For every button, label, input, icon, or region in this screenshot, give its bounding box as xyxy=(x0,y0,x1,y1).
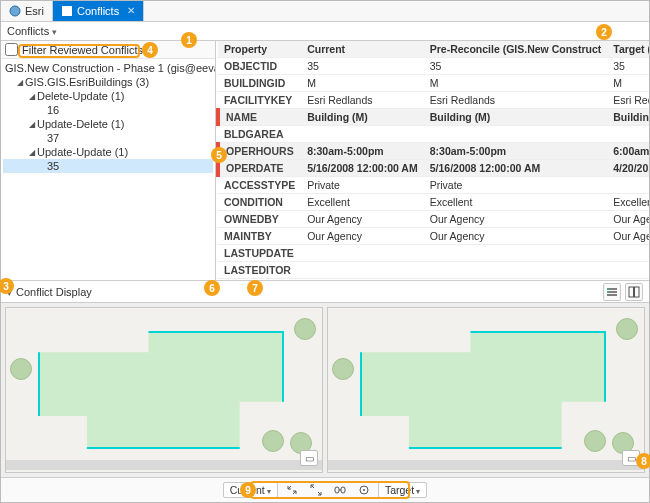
table-row[interactable]: NAMEBuilding (M)Building (M)Building MM xyxy=(218,109,649,126)
property-cell[interactable]: CONDITION xyxy=(218,194,301,211)
table-row[interactable]: CONDITIONExcellentExcellentExcellentUnkn… xyxy=(218,194,649,211)
value-cell[interactable]: Esri Redlands xyxy=(301,92,424,109)
value-cell[interactable] xyxy=(301,262,424,279)
layout-icon[interactable] xyxy=(625,283,643,301)
tree-item-selected[interactable]: 35 xyxy=(3,159,213,173)
value-cell[interactable] xyxy=(424,245,608,262)
value-cell[interactable]: Private xyxy=(424,177,608,194)
value-cell[interactable]: Excellent xyxy=(301,194,424,211)
table-row[interactable]: MAINTBYOur AgencyOur AgencyOur AgencyOur… xyxy=(218,228,649,245)
value-cell[interactable]: Esri Redlands xyxy=(424,92,608,109)
value-cell[interactable]: 4/20/2011 12:00:00 AM xyxy=(607,160,649,177)
table-row[interactable]: LASTEDITOR xyxy=(218,262,649,279)
property-cell[interactable]: OPERHOURS xyxy=(218,143,301,160)
value-cell[interactable]: Our Agency xyxy=(607,228,649,245)
value-cell[interactable]: Excellent xyxy=(424,194,608,211)
center-target-icon[interactable] xyxy=(354,481,374,499)
table-row[interactable]: BUILDINGIDMMMM xyxy=(218,75,649,92)
attribute-grid[interactable]: PropertyCurrentPre-Reconcile (GIS.New Co… xyxy=(216,41,649,280)
link-views-icon[interactable] xyxy=(330,481,350,499)
value-cell[interactable]: M xyxy=(607,75,649,92)
tree-item[interactable]: 16 xyxy=(3,103,213,117)
map-current[interactable]: ▭ xyxy=(5,307,323,473)
value-cell[interactable]: Our Agency xyxy=(424,211,608,228)
value-cell[interactable]: Our Agency xyxy=(301,228,424,245)
table-row[interactable]: BLDGAREA xyxy=(218,126,649,143)
value-cell[interactable]: 5/16/2008 12:00:00 AM xyxy=(424,160,608,177)
field-order-icon[interactable] xyxy=(603,283,621,301)
table-row[interactable]: OWNEDBYOur AgencyOur AgencyOur AgencyOur… xyxy=(218,211,649,228)
property-cell[interactable]: BLDGAREA xyxy=(218,126,301,143)
property-cell[interactable]: OPERDATE xyxy=(218,160,301,177)
table-row[interactable]: OPERDATE5/16/2008 12:00:00 AM5/16/2008 1… xyxy=(218,160,649,177)
value-cell[interactable]: 35 xyxy=(607,58,649,75)
tree-group[interactable]: Delete-Update (1) xyxy=(3,89,213,103)
property-cell[interactable]: OWNEDBY xyxy=(218,211,301,228)
table-row[interactable]: ACCESSTYPEPrivatePrivate xyxy=(218,177,649,194)
close-icon[interactable]: ✕ xyxy=(127,5,135,16)
property-cell[interactable]: FACILITYKEY xyxy=(218,92,301,109)
property-cell[interactable]: OBJECTID xyxy=(218,58,301,75)
property-cell[interactable]: BUILDINGID xyxy=(218,75,301,92)
value-cell[interactable] xyxy=(424,262,608,279)
value-cell[interactable]: Development xyxy=(607,279,649,281)
tab-esri[interactable]: Esri xyxy=(1,1,53,21)
tree-group[interactable]: Update-Update (1) xyxy=(3,145,213,159)
value-cell[interactable]: Our Agency xyxy=(607,211,649,228)
table-row[interactable]: LASTUPDATE xyxy=(218,245,649,262)
property-cell[interactable]: LASTUPDATE xyxy=(218,245,301,262)
value-cell[interactable]: 35 xyxy=(301,58,424,75)
column-header[interactable]: Target (sde.DEFAULT) xyxy=(607,41,649,58)
value-cell[interactable]: Our Agency xyxy=(424,228,608,245)
value-cell[interactable]: Private xyxy=(301,177,424,194)
value-cell[interactable]: 8:30am-5:00pm xyxy=(424,143,608,160)
tree-dataset[interactable]: GIS.GIS.EsriBuildings (3) xyxy=(3,75,213,89)
property-cell[interactable]: BLDGTYPE xyxy=(218,279,301,281)
tree-root[interactable]: GIS.New Construction - Phase 1 (gis@eeva… xyxy=(3,61,213,75)
value-cell[interactable]: Excellent xyxy=(607,194,649,211)
conflicts-menu[interactable]: Conflicts xyxy=(7,25,57,37)
column-header[interactable]: Current xyxy=(301,41,424,58)
collapse-toggle[interactable] xyxy=(7,286,12,298)
value-cell[interactable]: 5/16/2008 12:00:00 AM xyxy=(301,160,424,177)
bookmark-icon[interactable]: ▭ xyxy=(622,450,640,466)
property-cell[interactable]: MAINTBY xyxy=(218,228,301,245)
property-cell[interactable]: LASTEDITOR xyxy=(218,262,301,279)
value-cell[interactable]: Building M xyxy=(607,109,649,126)
tree-group[interactable]: Update-Delete (1) xyxy=(3,117,213,131)
property-cell[interactable]: NAME xyxy=(218,109,301,126)
value-cell[interactable] xyxy=(607,262,649,279)
value-cell[interactable]: Our Agency xyxy=(301,211,424,228)
value-cell[interactable]: Development xyxy=(424,279,608,281)
value-cell[interactable] xyxy=(301,245,424,262)
value-cell[interactable] xyxy=(301,126,424,143)
value-cell[interactable]: Esri Redlands xyxy=(607,92,649,109)
zoom-expand-icon[interactable] xyxy=(306,481,326,499)
table-row[interactable]: BLDGTYPEDevelopmentDevelopmentDevelopmen… xyxy=(218,279,649,281)
value-cell[interactable]: Building (M) xyxy=(301,109,424,126)
tab-conflicts[interactable]: Conflicts ✕ xyxy=(53,1,144,21)
conflict-tree[interactable]: GIS.New Construction - Phase 1 (gis@eeva… xyxy=(1,59,215,280)
filter-reviewed-checkbox[interactable] xyxy=(5,43,18,56)
current-source-dropdown[interactable]: Current xyxy=(223,482,278,498)
value-cell[interactable]: M xyxy=(301,75,424,92)
property-cell[interactable]: ACCESSTYPE xyxy=(218,177,301,194)
value-cell[interactable] xyxy=(607,177,649,194)
value-cell[interactable]: Building (M) xyxy=(424,109,608,126)
table-row[interactable]: OBJECTID35353535 xyxy=(218,58,649,75)
bookmark-icon[interactable]: ▭ xyxy=(300,450,318,466)
table-row[interactable]: FACILITYKEYEsri RedlandsEsri RedlandsEsr… xyxy=(218,92,649,109)
table-row[interactable]: OPERHOURS8:30am-5:00pm8:30am-5:00pm6:00a… xyxy=(218,143,649,160)
value-cell[interactable] xyxy=(607,245,649,262)
value-cell[interactable]: 6:00am-7:00pm xyxy=(607,143,649,160)
value-cell[interactable] xyxy=(424,126,608,143)
column-header[interactable]: Pre-Reconcile (GIS.New Construct xyxy=(424,41,608,58)
value-cell[interactable]: 8:30am-5:00pm xyxy=(301,143,424,160)
value-cell[interactable] xyxy=(607,126,649,143)
value-cell[interactable]: Development xyxy=(301,279,424,281)
map-target[interactable]: ▭ xyxy=(327,307,645,473)
tree-item[interactable]: 37 xyxy=(3,131,213,145)
target-source-dropdown[interactable]: Target xyxy=(378,482,427,498)
value-cell[interactable]: 35 xyxy=(424,58,608,75)
zoom-collapse-icon[interactable] xyxy=(282,481,302,499)
